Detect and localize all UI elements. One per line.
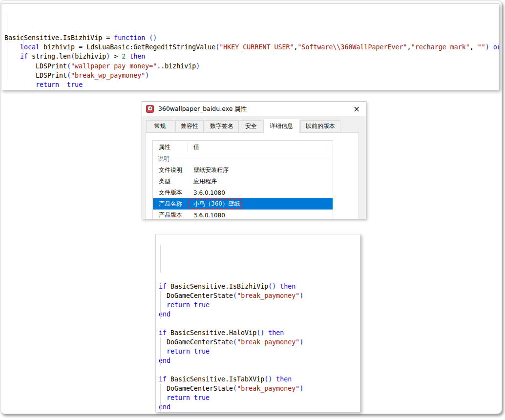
- code-line: LDSPrint("break_wp_paymoney"): [4, 71, 499, 80]
- code-line: DoGameCenterState("break_paymoney"): [159, 291, 360, 300]
- code-line: return true: [159, 347, 360, 356]
- row-value: 壁纸安装程序: [193, 166, 333, 174]
- tab-strip: 常规兼容性数字签名安全详细信息以前的版本: [146, 120, 341, 133]
- tab-5[interactable]: 详细信息: [263, 119, 299, 133]
- code-line: if BasicSensitive.IsTabXVip() then: [159, 375, 360, 384]
- code-line: DoGameCenterState("break_paymoney"): [159, 384, 360, 393]
- code-line: [159, 319, 360, 328]
- code-line: return true: [159, 300, 360, 310]
- app-icon: [146, 105, 154, 113]
- tab-2[interactable]: 兼容性: [175, 120, 204, 133]
- code-line: return true: [159, 393, 360, 402]
- code-line: end: [4, 90, 499, 90]
- group-rule: [173, 159, 330, 159]
- row-property: 类型: [153, 177, 193, 186]
- group-label: 说明: [158, 155, 169, 163]
- code-line: DoGameCenterState("break_paymoney"): [159, 337, 360, 347]
- indent-guide: [160, 337, 161, 365]
- code-line: if string.len(bizhivip) > 2 then: [4, 52, 499, 61]
- code-line: LDSPrint("wallpaper pay money="..bizhivi…: [4, 62, 499, 71]
- code-line: local bizhivip = LdsLuaBasic:GetRegeditS…: [4, 42, 499, 52]
- indent-guide: [23, 33, 23, 62]
- details-row[interactable]: 产品版本3.6.0.1080: [153, 210, 333, 219]
- details-row[interactable]: 类型应用程序: [153, 176, 333, 187]
- details-listview: 属性 值 说明 文件说明壁纸安装程序类型应用程序文件版本3.6.0.1080产品…: [152, 140, 333, 219]
- lua-code-bottom: if BasicSensitive.IsBizhiVip() then DoGa…: [155, 234, 360, 412]
- lua-code-top: BasicSensitive.IsBizhiVip = function () …: [1, 3, 499, 90]
- code-line: [159, 412, 360, 412]
- details-row[interactable]: 文件版本3.6.0.1080: [153, 187, 333, 198]
- dialog-title: 360wallpaper_baidu.exe 属性: [158, 105, 247, 113]
- row-property: 文件版本: [153, 189, 193, 197]
- tab-3[interactable]: 数字签名: [205, 120, 239, 133]
- code-line: if BasicSensitive.HaloVip() then: [159, 328, 360, 337]
- row-value: 小鸟（360）壁纸: [193, 200, 333, 208]
- close-icon[interactable]: ×: [347, 102, 366, 116]
- indent-guide: [160, 245, 161, 273]
- details-rows: 文件说明壁纸安装程序类型应用程序文件版本3.6.0.1080产品名称小鸟（360…: [153, 165, 333, 219]
- code-line: return true: [4, 80, 499, 89]
- details-tab-page: 属性 值 说明 文件说明壁纸安装程序类型应用程序文件版本3.6.0.1080产品…: [145, 132, 359, 219]
- code-line: end: [159, 310, 360, 319]
- code-line: [159, 365, 360, 375]
- row-value: 应用程序: [193, 177, 333, 186]
- tab-4[interactable]: 安全: [240, 120, 262, 133]
- row-property: 产品名称: [153, 200, 193, 208]
- tab-1[interactable]: 常规: [146, 120, 174, 133]
- row-value: 3.6.0.1080: [193, 212, 333, 219]
- properties-dialog: 360wallpaper_baidu.exe 属性 × 常规兼容性数字签名安全详…: [142, 101, 366, 219]
- details-row[interactable]: 文件说明壁纸安装程序: [153, 165, 333, 176]
- row-property: 文件说明: [153, 166, 193, 174]
- indent-guide: [160, 291, 161, 319]
- column-header-property[interactable]: 属性: [153, 142, 188, 152]
- listview-header[interactable]: 属性 值: [153, 141, 333, 153]
- column-header-value[interactable]: 值: [188, 142, 325, 152]
- group-row: 说明: [153, 153, 333, 165]
- indent-guide: [160, 384, 161, 412]
- code-line: if BasicSensitive.IsBizhiVip() then: [159, 282, 360, 291]
- row-property: 产品版本: [153, 211, 193, 219]
- details-row[interactable]: 产品名称小鸟（360）壁纸: [153, 198, 333, 210]
- dialog-titlebar[interactable]: 360wallpaper_baidu.exe 属性 ×: [142, 102, 366, 116]
- code-line: BasicSensitive.IsBizhiVip = function (): [4, 33, 499, 42]
- indent-guide: [7, 14, 7, 80]
- code-line: end: [159, 356, 360, 365]
- code-line: end: [159, 402, 360, 412]
- tab-6[interactable]: 以前的版本: [300, 120, 340, 133]
- row-value: 3.6.0.1080: [193, 189, 333, 196]
